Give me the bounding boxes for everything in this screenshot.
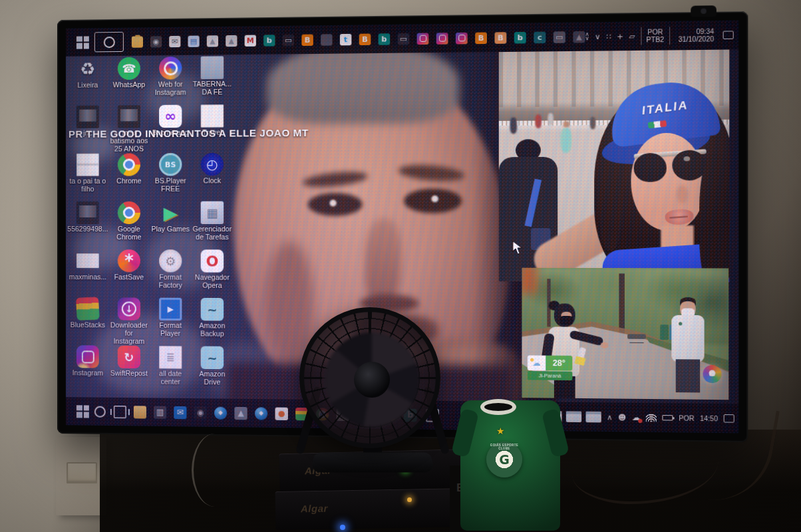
contact-photo-icon[interactable] — [321, 34, 332, 45]
blogger-icon[interactable]: B — [359, 33, 371, 45]
tray-icon[interactable]: ∷ — [606, 32, 611, 41]
file-explorer-icon[interactable] — [132, 36, 143, 47]
desktop-icon-web-for-instagram[interactable]: Web for Instagram — [150, 57, 190, 105]
desktop-icon-gerenciador-de-tarefas-glyph: ▦ — [201, 201, 224, 224]
store-icon[interactable]: ▥ — [154, 406, 166, 418]
gmail-icon[interactable]: M — [245, 35, 256, 46]
file-explorer-icon[interactable] — [134, 406, 146, 418]
people-icon[interactable]: ☻ — [618, 413, 626, 422]
desktop-icon-fastsave[interactable]: *FastSave — [109, 249, 149, 297]
photos-icon[interactable]: ▲ — [207, 35, 218, 47]
cable — [192, 434, 238, 507]
teal-app-icon[interactable]: c — [534, 31, 546, 43]
search-icon — [103, 37, 114, 48]
window-icon[interactable]: ▭ — [554, 31, 565, 43]
desktop-icon-maxminas[interactable]: maxminas... — [68, 249, 108, 297]
taskbar-app-window[interactable] — [585, 412, 601, 423]
blogger-icon[interactable]: B — [494, 32, 506, 44]
desktop-icon-google-chrome-glyph — [118, 201, 140, 224]
desktop-icon-amazon-drive-glyph: ~ — [201, 346, 224, 370]
desktop-icon-jnc-glyph — [77, 106, 99, 128]
trash-bin — [660, 325, 669, 340]
window-icon[interactable]: ▭ — [283, 34, 294, 45]
chevron-down-icon[interactable]: ∨ — [595, 32, 601, 41]
network-icon[interactable] — [646, 414, 657, 422]
cortana-icon[interactable] — [94, 406, 106, 417]
bing-icon[interactable]: b — [263, 35, 275, 46]
instagram-icon[interactable] — [417, 33, 429, 45]
camera-icon[interactable]: ◉ — [150, 36, 162, 47]
desktop-icon-556299498[interactable]: 556299498... — [68, 201, 108, 249]
task-view-icon[interactable] — [114, 405, 126, 418]
desktop-icon-downloader-for-instagram[interactable]: ↓Downloader for Instagram — [109, 297, 149, 346]
photos-icon[interactable]: ▲ — [573, 31, 585, 43]
orange-app-icon[interactable]: ● — [275, 407, 287, 420]
video-window-selfie[interactable]: ITALIA — [499, 50, 730, 283]
desktop-icon-format-player-glyph: ▶ — [159, 298, 182, 321]
language-indicator[interactable]: PORPTB2 — [641, 27, 670, 45]
camera-icon[interactable]: ◉ — [194, 406, 207, 419]
blue-led — [340, 525, 345, 530]
photos-icon[interactable]: ▲ — [226, 35, 237, 46]
desktop-icon-ta-o-pai-ta-o-filho[interactable]: ta o pai ta o filho — [68, 154, 108, 201]
mail-icon[interactable]: ✉ — [174, 406, 186, 418]
desk-fan — [295, 307, 450, 475]
desktop-icon-whatsapp[interactable]: ☎WhatsApp — [109, 57, 149, 106]
instagram-icon[interactable] — [456, 32, 468, 44]
desktop-icon-play-games[interactable]: ▶Play Games — [150, 201, 190, 250]
desktop-icon-navegador-opera[interactable]: ONavegador Opera — [192, 249, 233, 298]
desktop-icon-all-date-center[interactable]: ≣all date center — [150, 346, 190, 394]
onedrive-icon[interactable]: ☁ — [632, 412, 641, 422]
start-button[interactable] — [77, 36, 89, 49]
desktop-icon-label: 556299498... — [67, 225, 108, 233]
notebook-icon[interactable]: ▤ — [188, 35, 199, 47]
globo-logo — [703, 365, 721, 383]
desktop-icon-chrome[interactable]: Chrome — [109, 153, 149, 201]
desktop-icon-clock[interactable]: ◴Clock — [192, 153, 233, 201]
blogger-icon[interactable]: B — [475, 32, 487, 44]
desktop-icon-taberna-da-fe[interactable]: TABERNA... DA FÉ — [192, 56, 233, 104]
desktop-icon-ta-o-pai-ta-o-filho-glyph — [77, 154, 99, 176]
desktop-icon-google-chrome[interactable]: Google Chrome — [109, 201, 149, 249]
desktop-icon-grid: ♻Lixeira☎WhatsAppWeb for InstagramTABERN… — [67, 56, 238, 395]
desktop-icon-instagram[interactable]: Instagram — [68, 345, 108, 394]
desktop-icon-label: maxminas... — [69, 273, 107, 281]
clock[interactable]: 09:3431/10/2020 — [675, 27, 717, 44]
instagram-icon[interactable] — [436, 33, 448, 45]
mouse-cursor — [512, 241, 524, 256]
browser-icon[interactable] — [255, 407, 267, 420]
taskbar-app-window[interactable] — [566, 411, 581, 422]
desktop-icon-downloader-for-instagram-glyph: ↓ — [118, 297, 140, 320]
twitter-icon[interactable]: t — [340, 33, 352, 45]
bing-icon[interactable]: b — [514, 31, 526, 43]
desktop-icon-amazon-backup[interactable]: ~Amazon Backup — [192, 298, 233, 346]
desktop-icon-format-factory[interactable]: ⚙Format Factory — [150, 249, 190, 298]
window-icon[interactable]: ▭ — [398, 33, 410, 45]
club-badge-text: GOIÁS ESPORTE CLUBE — [486, 444, 522, 451]
desktop-icon-label: Chrome — [116, 178, 141, 186]
face-mask — [560, 316, 573, 325]
desktop-icon-bluestacks[interactable]: BlueStacks — [68, 297, 108, 345]
battery-icon[interactable]: ▱ — [629, 32, 635, 41]
search-button[interactable] — [94, 32, 124, 53]
desktop-icon-swiftrepost[interactable]: ↻SwiftRepost — [109, 346, 149, 394]
battery-icon[interactable] — [663, 415, 673, 420]
light-switch-rocker — [67, 462, 97, 483]
tray-icon[interactable]: + — [617, 32, 623, 41]
desktop-icon-gerenciador-de-tarefas[interactable]: ▦Gerenciador de Tarefas — [192, 201, 233, 250]
blogger-icon[interactable]: B — [301, 34, 313, 45]
desktop-icon-lixeira[interactable]: ♻Lixeira — [68, 57, 108, 106]
desktop-icon-format-player[interactable]: ▶Format Player — [150, 298, 190, 346]
bing-icon[interactable]: b — [379, 33, 391, 45]
chevron-up-icon[interactable]: ∧ — [607, 413, 613, 422]
video-window-news[interactable]: ☁ 28° Ji-Paraná — [522, 268, 728, 400]
tray-expand-icon[interactable]: ∧∨ — [585, 33, 589, 41]
action-center-icon[interactable] — [722, 31, 733, 39]
desktop-icon-bsplayer-free[interactable]: BSBS.Player FREE — [150, 153, 190, 201]
start-button[interactable] — [77, 405, 89, 418]
mail-icon[interactable]: ✉ — [169, 35, 180, 47]
browser-icon[interactable] — [214, 406, 227, 419]
desktop-icon-label: WhatsApp — [113, 81, 146, 89]
desktop-icon-amazon-drive[interactable]: ~Amazon Drive — [192, 346, 233, 394]
photos-icon[interactable]: ▲ — [234, 406, 247, 419]
